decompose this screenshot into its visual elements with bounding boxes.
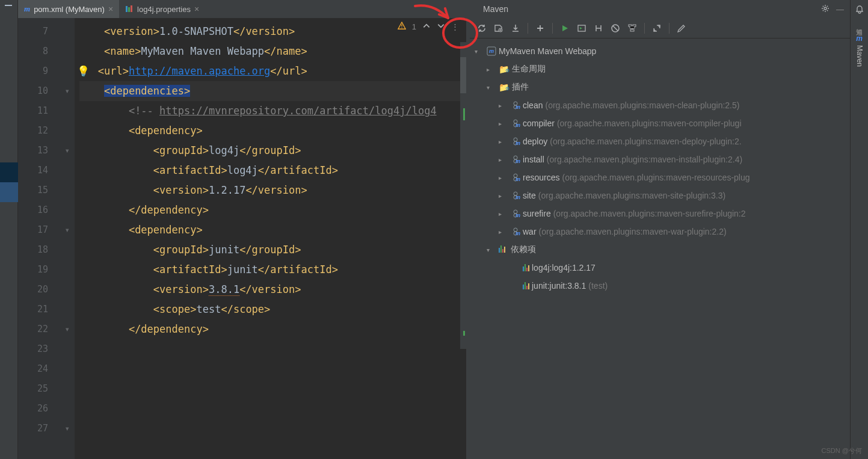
tree-row[interactable]: log4j:log4j:1.2.17 — [470, 259, 850, 277]
generate-sources-icon[interactable] — [491, 21, 506, 35]
download-sources-icon[interactable] — [508, 21, 523, 35]
tree-row[interactable]: ▾📁⚙插件 — [470, 78, 850, 96]
fold-handle[interactable]: ▾ — [60, 81, 75, 101]
code-line[interactable]: <version>3.8.1</version> — [79, 280, 466, 300]
close-icon[interactable]: × — [108, 4, 113, 14]
maven-side-tab[interactable]: m Maven — [854, 31, 865, 70]
fold-handle — [60, 61, 75, 81]
code-line[interactable]: <name>MyMaven Maven Webapp</name> — [79, 42, 466, 61]
code-line[interactable]: </dependency> — [79, 319, 466, 339]
fold-handle — [60, 379, 75, 399]
fold-handle[interactable]: ▾ — [60, 419, 75, 439]
svg-rect-11 — [630, 29, 634, 31]
line-number: 22 — [18, 319, 60, 339]
line-numbers: 789101112131415161718192021222324252627 — [18, 18, 60, 459]
fold-handle[interactable]: ▾ — [60, 220, 75, 240]
maven-tree[interactable]: ▾mMyMaven Maven Webapp▸📁⚙生命周期▾📁⚙插件▸mclea… — [470, 39, 850, 459]
line-number: 15 — [18, 180, 60, 200]
line-number: 14 — [18, 161, 60, 180]
code-line[interactable]: <scope>test</scope> — [79, 300, 466, 319]
tree-row[interactable]: ▸mresources (org.apache.maven.plugins:ma… — [470, 168, 850, 186]
fold-handle — [60, 180, 75, 200]
next-highlight-icon[interactable] — [437, 22, 445, 32]
code-line[interactable]: <groupId>junit</groupId> — [79, 240, 466, 260]
fold-handle[interactable]: ▾ — [60, 141, 75, 161]
more-icon[interactable]: ⋮ — [451, 22, 459, 31]
fold-handle — [60, 121, 75, 141]
code-area[interactable]: <version>1.0-SNAPSHOT</version> <name>My… — [75, 18, 466, 459]
fold-handle — [60, 42, 75, 61]
svg-rect-1 — [128, 7, 130, 12]
bell-icon[interactable] — [855, 5, 864, 16]
prev-highlight-icon[interactable] — [422, 22, 431, 32]
line-number: 18 — [18, 240, 60, 260]
maven-toolbar — [470, 18, 850, 39]
line-number: 26 — [18, 399, 60, 419]
tree-row[interactable]: ▾依赖项 — [470, 241, 850, 259]
left-tool-strip — [0, 0, 18, 459]
code-line[interactable]: <dependency> — [79, 220, 466, 240]
settings-icon[interactable] — [674, 21, 689, 35]
code-line[interactable]: <artifactId>junit</artifactId> — [79, 260, 466, 280]
run-icon[interactable] — [558, 21, 572, 35]
fold-handle — [60, 161, 75, 180]
collapse-icon[interactable] — [5, 5, 12, 6]
code-line[interactable]: <dependencies> — [79, 81, 466, 101]
right-tool-strip: 通知 m Maven — [850, 0, 868, 459]
tree-row[interactable]: ▸msite (org.apache.maven.plugins:maven-s… — [470, 186, 850, 205]
collapse-all-icon[interactable] — [650, 21, 664, 35]
svg-rect-10 — [633, 25, 636, 26]
reload-icon[interactable] — [475, 21, 489, 35]
gear-icon[interactable] — [820, 4, 830, 15]
tree-row[interactable]: ▸mwar (org.apache.maven.plugins:maven-wa… — [470, 223, 850, 241]
fold-handle[interactable]: ▾ — [60, 319, 75, 339]
gutter-marker — [0, 162, 18, 182]
line-number: 16 — [18, 200, 60, 220]
line-number: 8 — [18, 42, 60, 61]
tab-pom-xml[interactable]: m pom.xml (MyMaven) × — [18, 0, 119, 18]
close-icon[interactable]: × — [194, 4, 199, 14]
tab-log4j-properties[interactable]: log4j.properties × — [119, 0, 205, 18]
fold-handle — [60, 399, 75, 419]
code-line[interactable]: </dependency> — [79, 200, 466, 220]
minimize-icon[interactable]: — — [836, 5, 844, 14]
fold-handle — [60, 300, 75, 319]
skip-tests-icon[interactable] — [608, 21, 623, 35]
code-line[interactable]: <version>1.2.17</version> — [79, 180, 466, 200]
line-number: 21 — [18, 300, 60, 319]
line-number: 7 — [18, 22, 60, 42]
fold-handle — [60, 22, 75, 42]
tree-row[interactable]: ▸msurefire (org.apache.maven.plugins:mav… — [470, 205, 850, 223]
tree-row[interactable]: ▸📁⚙生命周期 — [470, 60, 850, 78]
maven-tool-window: Maven — ▾mMyMaven Maven Webapp▸📁⚙生命周期▾📁⚙… — [470, 0, 850, 459]
tree-row[interactable]: ▸mcompiler (org.apache.maven.plugins:mav… — [470, 114, 850, 132]
tree-row[interactable]: junit:junit:3.8.1 (test) — [470, 277, 850, 295]
maven-header: Maven — — [470, 0, 850, 18]
code-line[interactable]: <!-- https://mvnrepository.com/artifact/… — [79, 101, 466, 121]
warning-count: 1 — [412, 22, 416, 31]
fold-column: ▾▾▾▾▾ — [60, 18, 75, 459]
editor-pane: m pom.xml (MyMaven) × log4j.properties ×… — [18, 0, 466, 459]
editor-tabs: m pom.xml (MyMaven) × log4j.properties × — [18, 0, 466, 18]
tree-row[interactable]: ▸minstall (org.apache.maven.plugins:mave… — [470, 150, 850, 168]
line-number: 12 — [18, 121, 60, 141]
fold-handle — [60, 240, 75, 260]
line-number: 11 — [18, 101, 60, 121]
error-stripe[interactable] — [460, 42, 466, 349]
tab-label: pom.xml (MyMaven) — [34, 5, 105, 14]
warning-icon[interactable] — [398, 22, 406, 32]
toggle-offline-icon[interactable] — [591, 21, 606, 35]
code-line[interactable]: 💡 <url>http://maven.apache.org</url> — [79, 61, 466, 81]
line-number: 25 — [18, 379, 60, 399]
tree-row[interactable]: ▾mMyMaven Maven Webapp — [470, 42, 850, 60]
tree-row[interactable]: ▸mclean (org.apache.maven.plugins:maven-… — [470, 96, 850, 114]
code-line[interactable]: <artifactId>log4j</artifactId> — [79, 161, 466, 180]
tree-row[interactable]: ▸mdeploy (org.apache.maven.plugins:maven… — [470, 132, 850, 150]
add-project-icon[interactable] — [533, 21, 547, 35]
code-line[interactable]: <groupId>log4j</groupId> — [79, 141, 466, 161]
svg-rect-2 — [131, 5, 132, 12]
show-deps-icon[interactable] — [625, 21, 639, 35]
execute-goal-icon[interactable] — [574, 21, 589, 35]
fold-handle — [60, 260, 75, 280]
code-line[interactable]: <dependency> — [79, 121, 466, 141]
